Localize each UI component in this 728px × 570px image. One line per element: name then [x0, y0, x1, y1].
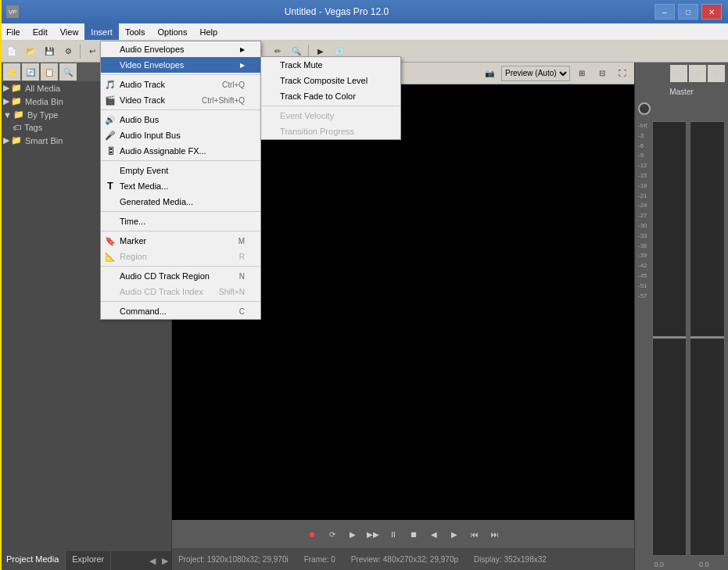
preview-cam-btn[interactable]: 📷	[481, 65, 498, 82]
video-track-icon: 🎬	[104, 95, 117, 106]
preview-grid-btn[interactable]: ⊞	[573, 65, 590, 82]
audio-input-icon: 🎤	[104, 131, 117, 141]
close-button[interactable]: ✕	[701, 4, 722, 20]
menu-audio-track[interactable]: 🎵 Audio Track Ctrl+Q	[101, 77, 260, 92]
menu-time[interactable]: Time...	[101, 213, 260, 229]
undo-button[interactable]: ↩	[84, 43, 101, 60]
timecode-display: Project: 1920x1080x32; 29,970i	[178, 555, 289, 564]
preview-select[interactable]: Preview (Auto)	[501, 66, 570, 81]
frame-info: Frame: 0	[304, 555, 335, 564]
menu-empty-event[interactable]: Empty Event	[101, 163, 260, 178]
preview-split-btn[interactable]: ⊟	[594, 65, 611, 82]
next-event-button[interactable]: ⏭	[487, 526, 503, 542]
play-loop-button[interactable]: ▶▶	[365, 526, 381, 542]
media-btn-3[interactable]: 📋	[41, 63, 58, 81]
menu-audio-bus[interactable]: 🔊 Audio Bus	[101, 112, 260, 127]
menu-audio-assignable-fx[interactable]: 🎛 Audio Assignable FX...	[101, 143, 260, 159]
menu-audio-input-bus[interactable]: 🎤 Audio Input Bus	[101, 127, 260, 143]
media-btn-1[interactable]: ⭐	[3, 63, 20, 81]
menu-edit[interactable]: Edit	[27, 23, 54, 40]
region-shortcut: R	[239, 253, 245, 261]
master-knob[interactable]	[638, 102, 651, 115]
insert-dropdown-menu: Audio Envelopes ▶ Video Envelopes ▶ Trac…	[100, 41, 261, 320]
menu-audio-cd-track[interactable]: Audio CD Track Region N	[101, 268, 260, 284]
marker-icon: 🔖	[104, 236, 117, 246]
menu-marker[interactable]: 🔖 Marker M	[101, 233, 260, 249]
fader-scale: -Inf. -3 -6 -9 -12 -15 -18 -21 -24 -27 -…	[638, 121, 649, 556]
audio-bus-icon: 🔊	[104, 115, 117, 125]
video-env-submenu: Track Mute Track Composite Level Track F…	[260, 56, 401, 140]
menu-command[interactable]: Command... C	[101, 303, 260, 319]
playhead	[0, 0, 2, 570]
menu-help[interactable]: Help	[193, 23, 224, 40]
menu-video-envelopes[interactable]: Video Envelopes ▶ Track Mute Track Compo…	[101, 57, 260, 73]
cd-track-shortcut: N	[239, 272, 245, 281]
new-button[interactable]: 📄	[3, 43, 20, 60]
right-btn-1[interactable]: ⏮	[670, 65, 687, 82]
right-panel-toolbar: ⏮ ⏭ ⊞	[635, 63, 728, 84]
menu-sep-1	[101, 74, 260, 75]
video-env-submenu-box: Track Mute Track Composite Level Track F…	[260, 56, 401, 140]
next-frame-button[interactable]: ▶	[446, 526, 462, 542]
menu-generated-media[interactable]: Generated Media...	[101, 194, 260, 210]
stop-button[interactable]: ⏹	[406, 526, 421, 542]
menu-bar: File Edit View Insert Tools Options Help	[0, 23, 728, 41]
record-button[interactable]: ⏺	[304, 526, 320, 542]
submenu-arrow: ▶	[240, 62, 245, 69]
audio-fx-icon: 🎛	[104, 146, 117, 156]
fader-section: -Inf. -3 -6 -9 -12 -15 -18 -21 -24 -27 -…	[635, 118, 728, 559]
text-media-icon: T	[104, 181, 117, 192]
region-icon: 📐	[104, 252, 117, 262]
menu-file[interactable]: File	[0, 23, 27, 40]
right-btn-2[interactable]: ⏭	[689, 65, 706, 82]
tab-right-arrow[interactable]: ▶	[159, 552, 171, 569]
audio-track-icon: 🎵	[104, 80, 117, 90]
master-label: Master	[635, 84, 728, 99]
return-to-start-button[interactable]: ⟳	[325, 526, 340, 542]
expand-icon: ▶	[3, 135, 9, 145]
menu-sep-6	[101, 266, 260, 267]
prev-event-button[interactable]: ⏮	[467, 526, 482, 542]
tab-scroll-arrows: ◀ ▶	[146, 551, 171, 570]
fader-right[interactable]	[690, 121, 725, 556]
expand-icon: ▼	[3, 110, 12, 120]
cd-index-shortcut: Shift+N	[219, 288, 245, 296]
menu-text-media[interactable]: T Text Media...	[101, 178, 260, 194]
menu-track-mute[interactable]: Track Mute	[261, 57, 400, 73]
submenu-sep	[261, 106, 400, 106]
menu-audio-cd-index: Audio CD Track Index Shift+N	[101, 284, 260, 299]
left-panel-tabs: Project Media Explorer ◀ ▶	[0, 551, 171, 570]
play-button[interactable]: ▶	[345, 526, 360, 542]
menu-tools[interactable]: Tools	[119, 23, 152, 40]
preview-full-btn[interactable]: ⛶	[614, 65, 631, 82]
media-btn-4[interactable]: 🔍	[59, 63, 77, 81]
menu-track-fade-color[interactable]: Track Fade to Color	[261, 88, 400, 104]
pause-button[interactable]: ⏸	[386, 526, 401, 542]
properties-button[interactable]: ⚙	[59, 43, 77, 60]
submenu-arrow: ▶	[240, 46, 245, 53]
minimize-button[interactable]: –	[654, 4, 675, 20]
menu-audio-envelopes[interactable]: Audio Envelopes ▶	[101, 41, 260, 57]
maximize-button[interactable]: □	[678, 4, 698, 20]
app-icon: VP	[6, 5, 19, 18]
save-button[interactable]: 💾	[41, 43, 58, 60]
tab-explorer[interactable]: Explorer	[66, 551, 111, 570]
menu-sep-5	[101, 231, 260, 231]
tab-project-media[interactable]: Project Media	[0, 551, 66, 570]
tab-left-arrow[interactable]: ◀	[146, 552, 159, 569]
prev-frame-button[interactable]: ◀	[426, 526, 442, 542]
preview-res-info: Preview: 480x270x32; 29,970p	[351, 555, 458, 564]
media-btn-2[interactable]: 🔄	[22, 63, 39, 81]
faders	[652, 121, 725, 556]
fader-left[interactable]	[652, 121, 687, 556]
menu-sep-3	[101, 160, 260, 161]
open-button[interactable]: 📂	[22, 43, 39, 60]
expand-icon: ▶	[3, 96, 9, 106]
menu-view[interactable]: View	[54, 23, 85, 40]
menu-video-track[interactable]: 🎬 Video Track Ctrl+Shift+Q	[101, 92, 260, 108]
menu-options[interactable]: Options	[152, 23, 194, 40]
menu-track-composite[interactable]: Track Composite Level	[261, 73, 400, 88]
right-panel: ⏮ ⏭ ⊞ Master -Inf. -3 -6 -9 -12 -15 -18 …	[634, 63, 728, 570]
menu-insert[interactable]: Insert	[84, 23, 119, 40]
right-btn-3[interactable]: ⊞	[708, 65, 725, 82]
